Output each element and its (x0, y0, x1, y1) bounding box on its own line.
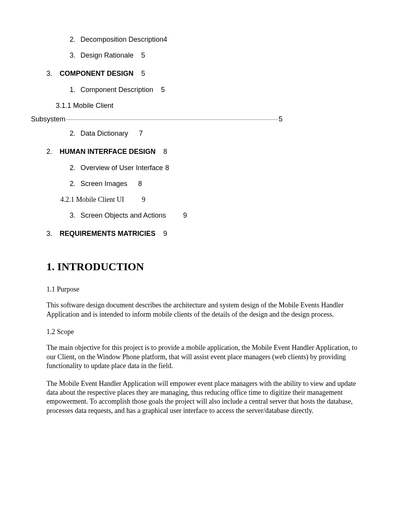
toc-item-page: 7 (139, 129, 143, 138)
toc-item-number: 2. (70, 163, 80, 173)
toc-item: 3. COMPONENT DESIGN 5 (46, 69, 365, 78)
toc-item-page: 5 (141, 69, 145, 78)
toc-item-number: 2. (70, 35, 80, 44)
toc-item: 2. HUMAN INTERFACE DESIGN 8 (46, 147, 365, 157)
table-of-contents: 2. Decomposition Description4 3. Design … (46, 35, 365, 239)
paragraph: This software design document describes … (46, 301, 364, 319)
toc-item-label: 4.2.1 Mobile Client UI (60, 195, 124, 205)
toc-item-number: 3. (70, 51, 80, 60)
toc-item-page: 9 (163, 229, 167, 239)
toc-item: 2. Overview of User Interface 8 (70, 163, 365, 173)
toc-item-label-line1: 3.1.1 Mobile Client (56, 101, 365, 111)
toc-item-label: Decomposition Description (80, 35, 163, 44)
toc-item-page: 8 (138, 179, 142, 189)
toc-item: 2. Decomposition Description4 (70, 35, 365, 44)
toc-item-page: 9 (142, 195, 146, 205)
toc-item: 3. REQUIREMENTS MATRICIES 9 (46, 229, 365, 239)
document-body: 1. INTRODUCTION 1.1 Purpose This softwar… (46, 260, 365, 415)
toc-item: 1. Component Description 5 (70, 85, 365, 95)
toc-item-label: Screen Images (80, 179, 127, 189)
toc-item-number: 3. (46, 69, 57, 78)
toc-item-label: COMPONENT DESIGN (60, 69, 134, 78)
toc-item: 3. Screen Objects and Actions 9 (70, 211, 365, 220)
section-heading-introduction: 1. INTRODUCTION (46, 260, 365, 274)
toc-item-label: Screen Objects and Actions (80, 211, 166, 220)
subsection-heading-purpose: 1.1 Purpose (46, 285, 365, 294)
toc-item-page: 8 (163, 147, 167, 157)
toc-item: 2. Screen Images 8 (70, 179, 365, 189)
toc-item-label: REQUIREMENTS MATRICIES (60, 229, 156, 239)
toc-item-label: Data Dictionary (80, 129, 128, 138)
toc-item: 3. Design Rationale 5 (70, 51, 365, 60)
toc-item-number: 2. (70, 179, 80, 189)
toc-item-page: 8 (165, 163, 169, 173)
toc-item-label: Component Description (80, 85, 153, 95)
paragraph: The Mobile Event Handler Application wil… (46, 379, 364, 416)
toc-item-label-line2: Subsystem (31, 114, 65, 124)
toc-item-page: 9 (183, 211, 187, 220)
toc-item-label: HUMAN INTERFACE DESIGN (60, 147, 156, 157)
toc-item-page: 5 (279, 114, 283, 124)
toc-item-page: 5 (141, 51, 145, 60)
toc-item-number: 3. (46, 229, 57, 239)
toc-item-label: Design Rationale (80, 51, 134, 60)
toc-item-dotted: 3.1.1 Mobile Client (56, 101, 365, 111)
toc-item-page: 5 (161, 85, 165, 95)
toc-item-label: Overview of User Interface (80, 163, 163, 173)
toc-item-number: 3. (70, 211, 80, 220)
toc-dotted-leader (66, 119, 278, 120)
page-container: 2. Decomposition Description4 3. Design … (0, 0, 411, 447)
toc-item-dotted-line: Subsystem 5 (31, 114, 283, 124)
toc-item-number: 2. (46, 147, 57, 157)
toc-item: 2. Data Dictionary 7 (70, 129, 365, 138)
toc-item-page: 4 (163, 35, 167, 44)
paragraph: The main objective for this project is t… (46, 343, 364, 370)
toc-item: 4.2.1 Mobile Client UI 9 (60, 195, 365, 205)
subsection-heading-scope: 1.2 Scope (46, 327, 365, 336)
toc-item-number: 2. (70, 129, 80, 138)
toc-item-number: 1. (70, 85, 80, 95)
